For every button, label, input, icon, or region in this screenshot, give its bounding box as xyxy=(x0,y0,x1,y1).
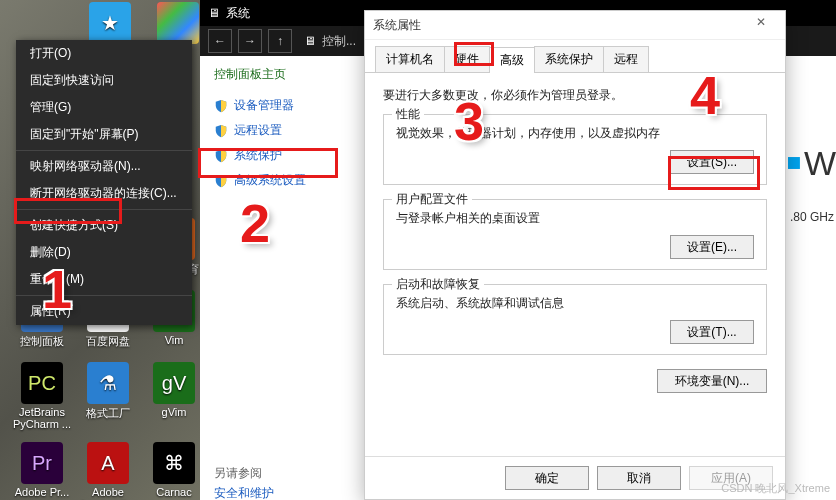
shield-icon xyxy=(214,174,228,188)
ctx-create-shortcut[interactable]: 创建快捷方式(S) xyxy=(16,212,192,239)
dialog-body: 要进行大多数更改，你必须作为管理员登录。 性能 视觉效果，处理器计划，内存使用，… xyxy=(365,73,785,407)
breadcrumb[interactable]: 控制... xyxy=(322,33,356,50)
sidebar-link-system-protection[interactable]: 系统保护 xyxy=(214,143,374,168)
shield-icon xyxy=(214,149,228,163)
shield-icon xyxy=(214,124,228,138)
ctx-map-drive[interactable]: 映射网络驱动器(N)... xyxy=(16,153,192,180)
desktop-icon[interactable]: PCJetBrains PyCharm ... xyxy=(12,362,72,430)
tab-hardware[interactable]: 硬件 xyxy=(444,46,490,72)
cancel-button[interactable]: 取消 xyxy=(597,466,681,490)
cpu-frequency-text: .80 GHz xyxy=(790,210,834,224)
nav-fwd-button[interactable]: → xyxy=(238,29,262,53)
desktop-icon[interactable]: ⌘Carnac xyxy=(144,442,204,498)
ctx-delete[interactable]: 删除(D) xyxy=(16,239,192,266)
window-icon: 🖥 xyxy=(208,6,220,20)
startup-recovery-group: 启动和故障恢复 系统启动、系统故障和调试信息 设置(T)... xyxy=(383,284,767,355)
watermark: CSDN 晚北风_Xtreme xyxy=(721,481,830,496)
ctx-separator xyxy=(16,209,192,210)
ctx-open[interactable]: 打开(O) xyxy=(16,40,192,67)
performance-group: 性能 视觉效果，处理器计划，内存使用，以及虚拟内存 设置(S)... xyxy=(383,114,767,185)
desktop-icon[interactable]: AAdobe Acrobat D... xyxy=(78,442,138,500)
ctx-separator xyxy=(16,150,192,151)
tab-bar: 计算机名 硬件 高级 系统保护 远程 xyxy=(365,40,785,73)
sidebar-header[interactable]: 控制面板主页 xyxy=(214,66,374,83)
user-profiles-desc: 与登录帐户相关的桌面设置 xyxy=(396,210,754,227)
performance-desc: 视觉效果，处理器计划，内存使用，以及虚拟内存 xyxy=(396,125,754,142)
nav-up-button[interactable]: ↑ xyxy=(268,29,292,53)
ok-button[interactable]: 确定 xyxy=(505,466,589,490)
startup-recovery-desc: 系统启动、系统故障和调试信息 xyxy=(396,295,754,312)
tab-remote[interactable]: 远程 xyxy=(603,46,649,72)
tab-advanced[interactable]: 高级 xyxy=(489,47,535,73)
desktop-icon[interactable]: PrAdobe Pr... xyxy=(12,442,72,498)
system-properties-dialog: 系统属性 ✕ 计算机名 硬件 高级 系统保护 远程 要进行大多数更改，你必须作为… xyxy=(364,10,786,500)
window-title: 系统 xyxy=(226,5,250,22)
svg-rect-0 xyxy=(788,157,800,169)
ctx-pin-quick[interactable]: 固定到快速访问 xyxy=(16,67,192,94)
desktop-icon[interactable]: ⚗格式工厂 xyxy=(78,362,138,421)
close-icon[interactable]: ✕ xyxy=(745,15,777,35)
ctx-separator xyxy=(16,295,192,296)
sidebar-link-device-manager[interactable]: 设备管理器 xyxy=(214,93,374,118)
ctx-rename[interactable]: 重命名(M) xyxy=(16,266,192,293)
ctx-manage[interactable]: 管理(G) xyxy=(16,94,192,121)
ctx-disconnect-drive[interactable]: 断开网络驱动器的连接(C)... xyxy=(16,180,192,207)
windows-logo-icon: W xyxy=(788,128,836,198)
see-also-label: 另请参阅 xyxy=(214,465,262,482)
shield-icon xyxy=(214,99,228,113)
control-panel-sidebar: 控制面板主页 设备管理器 远程设置 系统保护 高级系统设置 另请参阅 安全和维护 xyxy=(200,56,375,500)
sidebar-link-advanced-system-settings[interactable]: 高级系统设置 xyxy=(214,168,374,193)
user-profiles-group: 用户配置文件 与登录帐户相关的桌面设置 设置(E)... xyxy=(383,199,767,270)
tab-computer-name[interactable]: 计算机名 xyxy=(375,46,445,72)
tab-system-protection[interactable]: 系统保护 xyxy=(534,46,604,72)
see-also-link[interactable]: 安全和维护 xyxy=(214,485,274,500)
group-label: 用户配置文件 xyxy=(392,191,472,208)
ctx-pin-start[interactable]: 固定到"开始"屏幕(P) xyxy=(16,121,192,148)
group-label: 启动和故障恢复 xyxy=(392,276,484,293)
dialog-title-bar: 系统属性 ✕ xyxy=(365,11,785,40)
right-partial-window xyxy=(788,56,836,500)
group-label: 性能 xyxy=(392,106,424,123)
nav-back-button[interactable]: ← xyxy=(208,29,232,53)
user-profiles-settings-button[interactable]: 设置(E)... xyxy=(670,235,754,259)
dialog-title: 系统属性 xyxy=(373,17,421,34)
environment-variables-button[interactable]: 环境变量(N)... xyxy=(657,369,767,393)
context-menu: 打开(O) 固定到快速访问 管理(G) 固定到"开始"屏幕(P) 映射网络驱动器… xyxy=(16,40,192,325)
startup-recovery-settings-button[interactable]: 设置(T)... xyxy=(670,320,754,344)
admin-note: 要进行大多数更改，你必须作为管理员登录。 xyxy=(383,87,767,104)
sidebar-link-remote-settings[interactable]: 远程设置 xyxy=(214,118,374,143)
performance-settings-button[interactable]: 设置(S)... xyxy=(670,150,754,174)
desktop-icon[interactable]: gVgVim xyxy=(144,362,204,418)
ctx-properties[interactable]: 属性(R) xyxy=(16,298,192,325)
